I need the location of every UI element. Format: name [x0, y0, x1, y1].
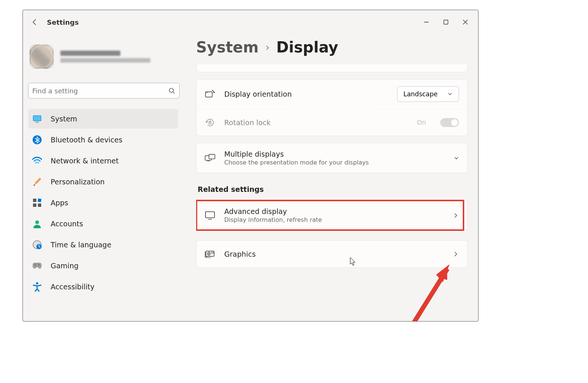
svg-rect-4 — [35, 122, 39, 123]
rotation-lock-toggle — [440, 118, 459, 127]
svg-rect-26 — [212, 252, 213, 253]
sidebar-item-system[interactable]: System — [28, 109, 178, 129]
sidebar-item-network[interactable]: Network & internet — [28, 151, 178, 171]
sidebar-item-label: Gaming — [51, 262, 78, 270]
setting-title: Display orientation — [224, 90, 388, 98]
svg-point-18 — [207, 92, 207, 93]
sidebar-item-label: Time & language — [51, 241, 111, 249]
gpu-icon — [205, 249, 215, 259]
toggle-state-label: On — [417, 119, 426, 126]
settings-scroll[interactable]: Display orientation Landscape — [196, 64, 470, 321]
breadcrumb: System › Display — [196, 39, 470, 56]
setting-display-orientation: Display orientation Landscape — [196, 79, 467, 109]
svg-rect-23 — [206, 212, 214, 218]
accessibility-icon — [32, 281, 42, 292]
sidebar-item-label: Bluetooth & devices — [51, 136, 122, 144]
svg-rect-8 — [33, 203, 36, 207]
svg-rect-6 — [33, 199, 36, 202]
clock-globe-icon — [32, 239, 42, 250]
multiple-displays-icon — [205, 153, 215, 163]
sidebar-item-label: Accounts — [51, 220, 83, 228]
account-block[interactable] — [28, 37, 180, 79]
close-button[interactable] — [456, 14, 475, 30]
chevron-right-icon — [452, 212, 459, 219]
sidebar-item-personalization[interactable]: Personalization — [28, 172, 178, 192]
setting-subtitle: Choose the presentation mode for your di… — [224, 159, 445, 166]
chevron-down-icon — [447, 91, 453, 97]
sidebar-item-accounts[interactable]: Accounts — [28, 214, 178, 233]
sidebar-item-gaming[interactable]: Gaming — [28, 256, 178, 275]
sidebar-item-label: Apps — [51, 199, 68, 207]
bluetooth-icon — [32, 135, 42, 145]
rotation-lock-icon — [205, 117, 215, 128]
apps-icon — [32, 197, 42, 208]
sidebar-item-apps[interactable]: Apps — [28, 193, 178, 212]
monitor-icon — [205, 210, 215, 221]
search-box[interactable] — [28, 83, 180, 99]
brush-icon — [32, 177, 42, 187]
sidebar-item-bluetooth[interactable]: Bluetooth & devices — [28, 130, 178, 150]
related-settings-heading: Related settings — [198, 185, 468, 193]
setting-subtitle: Display information, refresh rate — [224, 216, 443, 223]
sidebar-item-label: Accessibility — [51, 283, 94, 291]
previous-card-bottom — [196, 64, 468, 72]
svg-rect-0 — [444, 20, 448, 24]
settings-window: Settings — [22, 10, 478, 322]
nav-list: System Bluetooth & devices Network & int… — [28, 108, 180, 321]
svg-rect-9 — [38, 203, 41, 207]
chevron-right-icon — [452, 251, 459, 257]
setting-title: Graphics — [224, 250, 443, 258]
sidebar: System Bluetooth & devices Network & int… — [23, 34, 185, 321]
svg-rect-20 — [209, 122, 211, 124]
setting-title: Advanced display — [224, 207, 443, 215]
gamepad-icon — [32, 260, 42, 271]
wifi-icon — [32, 156, 42, 166]
svg-rect-3 — [33, 116, 41, 121]
svg-point-13 — [35, 265, 36, 266]
svg-point-14 — [39, 265, 40, 266]
svg-point-17 — [206, 92, 207, 93]
sidebar-item-label: System — [51, 115, 77, 123]
svg-rect-22 — [209, 154, 215, 159]
chevron-down-icon — [454, 156, 459, 161]
sidebar-item-accessibility[interactable]: Accessibility — [28, 277, 178, 296]
avatar — [30, 45, 54, 69]
app-title: Settings — [47, 18, 79, 26]
back-button[interactable] — [26, 13, 44, 31]
minimize-button[interactable] — [417, 14, 436, 30]
setting-advanced-display[interactable]: Advanced display Display information, re… — [196, 200, 468, 230]
setting-title: Rotation lock — [224, 118, 408, 127]
svg-point-10 — [35, 220, 39, 224]
svg-point-15 — [36, 282, 38, 284]
maximize-button[interactable] — [436, 14, 456, 30]
chevron-right-icon: › — [266, 41, 270, 54]
system-icon — [32, 114, 42, 124]
setting-rotation-lock: Rotation lock On — [196, 109, 467, 136]
sidebar-item-time-language[interactable]: Time & language — [28, 235, 178, 254]
breadcrumb-current: Display — [276, 39, 338, 56]
dropdown-value: Landscape — [404, 90, 438, 98]
sidebar-item-label: Network & internet — [51, 157, 118, 165]
main-content: System › Display Display orientation — [185, 34, 478, 321]
titlebar: Settings — [23, 10, 478, 34]
setting-graphics[interactable]: Graphics — [196, 240, 468, 268]
svg-rect-7 — [38, 198, 41, 202]
svg-point-19 — [207, 92, 208, 93]
account-text-redacted — [60, 51, 150, 63]
orientation-icon — [205, 89, 215, 99]
search-icon — [168, 87, 176, 94]
account-icon — [32, 218, 42, 229]
setting-title: Multiple displays — [224, 150, 445, 158]
svg-point-1 — [170, 88, 174, 93]
sidebar-item-label: Personalization — [51, 178, 105, 186]
orientation-dropdown[interactable]: Landscape — [397, 86, 459, 102]
breadcrumb-parent[interactable]: System — [196, 39, 259, 56]
search-input[interactable] — [32, 87, 168, 95]
setting-multiple-displays[interactable]: Multiple displays Choose the presentatio… — [196, 143, 468, 173]
